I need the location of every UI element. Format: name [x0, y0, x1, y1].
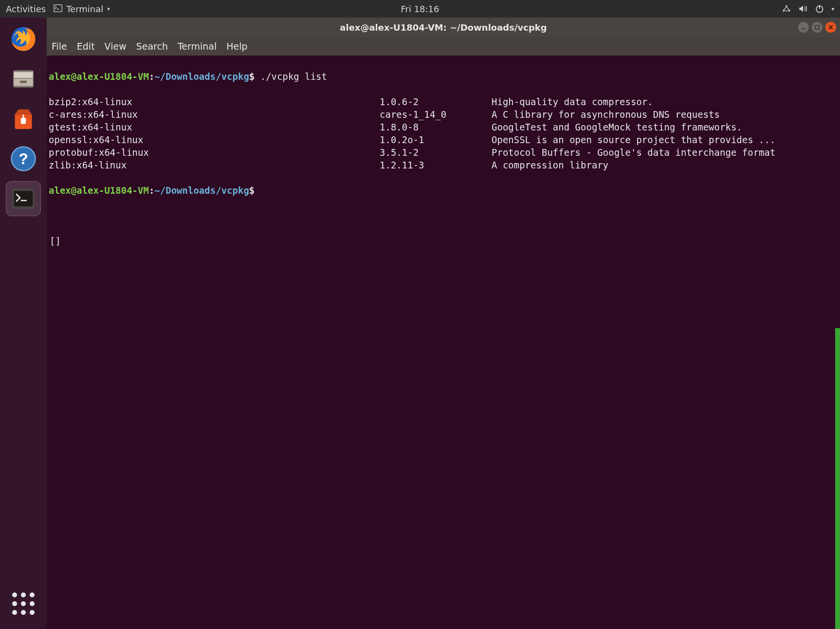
app-menu-label: Terminal [66, 4, 103, 14]
svg-rect-18 [14, 191, 33, 206]
dock-item-firefox[interactable] [6, 21, 41, 56]
package-desc: A compression library [492, 159, 838, 171]
svg-rect-13 [21, 118, 26, 124]
prompt-sigil: $ [249, 71, 255, 82]
apps-grid-icon [12, 592, 35, 615]
package-desc: GoogleTest and GoogleMock testing framew… [492, 121, 838, 133]
svg-rect-12 [20, 81, 27, 83]
package-name: openssl:x64-linux [49, 133, 380, 146]
menubar: File Edit View Search Terminal Help [47, 37, 840, 56]
package-row: c-ares:x64-linuxcares-1_14_0A C library … [49, 108, 838, 121]
command-text: ./vcpkg list [260, 71, 327, 82]
package-version: 1.2.11-3 [380, 159, 492, 171]
package-desc: A C library for asynchronous DNS request… [492, 108, 838, 121]
dock-item-terminal[interactable] [6, 181, 41, 216]
svg-rect-10 [14, 72, 33, 78]
prompt-path: ~/Downloads/vcpkg [154, 185, 249, 196]
package-name: zlib:x64-linux [49, 159, 380, 171]
prompt-userhost: alex@alex-U1804-VM [49, 185, 149, 196]
network-icon[interactable] [782, 4, 791, 14]
package-version: 3.5.1-2 [380, 146, 492, 159]
menu-terminal[interactable]: Terminal [178, 41, 217, 52]
svg-rect-19 [21, 200, 27, 202]
power-icon[interactable] [815, 4, 824, 14]
menu-file[interactable]: File [52, 41, 67, 52]
svg-rect-20 [802, 28, 805, 29]
package-desc: Protocol Buffers - Google's data interch… [492, 146, 838, 159]
menu-view[interactable]: View [105, 41, 127, 52]
close-button[interactable] [825, 22, 836, 33]
scrollbar-highlight [835, 328, 840, 629]
dropdown-arrow-icon: ▾ [107, 6, 110, 12]
package-desc: OpenSSL is an open source project that p… [492, 133, 838, 146]
svg-point-3 [786, 5, 787, 7]
show-applications-button[interactable] [6, 586, 41, 621]
dock-item-files[interactable] [6, 61, 41, 96]
package-row: gtest:x64-linux1.8.0-8GoogleTest and Goo… [49, 121, 838, 133]
prompt-path: ~/Downloads/vcpkg [154, 71, 249, 82]
volume-icon[interactable] [798, 4, 808, 14]
package-name: gtest:x64-linux [49, 121, 380, 133]
minimize-button[interactable] [798, 22, 809, 33]
menu-help[interactable]: Help [226, 41, 247, 52]
svg-rect-2 [57, 9, 59, 9]
prompt-line-1: alex@alex-U1804-VM:~/Downloads/vcpkg$ ./… [49, 70, 838, 83]
dock-item-help[interactable]: ? [6, 141, 41, 176]
svg-text:?: ? [18, 150, 28, 167]
prompt-sep: : [149, 185, 154, 196]
terminal-window: alex@alex-U1804-VM: ~/Downloads/vcpkg Fi… [47, 18, 840, 629]
app-menu[interactable]: Terminal ▾ [54, 4, 110, 14]
terminal-output[interactable]: alex@alex-U1804-VM:~/Downloads/vcpkg$ ./… [47, 56, 840, 629]
package-version: 1.8.0-8 [380, 121, 492, 133]
package-row: bzip2:x64-linux1.0.6-2High-quality data … [49, 95, 838, 108]
svg-rect-21 [815, 25, 819, 29]
package-version: 1.0.2o-1 [380, 133, 492, 146]
package-name: c-ares:x64-linux [49, 108, 380, 121]
dock: ? [0, 18, 47, 629]
terminal-small-icon [54, 4, 62, 14]
workspace: ? alex@alex-U1804-VM: ~/Downloads/vcpkg [0, 18, 840, 629]
svg-point-4 [783, 10, 785, 12]
prompt-userhost: alex@alex-U1804-VM [49, 71, 149, 82]
clock[interactable]: Fri 18:16 [401, 4, 439, 14]
menu-edit[interactable]: Edit [77, 41, 95, 52]
package-version: cares-1_14_0 [380, 108, 492, 121]
titlebar[interactable]: alex@alex-U1804-VM: ~/Downloads/vcpkg [47, 18, 840, 37]
package-desc: High-quality data compressor. [492, 95, 838, 108]
package-version: 1.0.6-2 [380, 95, 492, 108]
package-name: protobuf:x64-linux [49, 146, 380, 159]
prompt-sep: : [149, 71, 154, 82]
window-title: alex@alex-U1804-VM: ~/Downloads/vcpkg [340, 22, 547, 33]
system-menu-arrow-icon[interactable]: ▾ [831, 6, 834, 12]
cursor-line: [] [49, 235, 838, 247]
prompt-line-2: alex@alex-U1804-VM:~/Downloads/vcpkg$ [49, 184, 838, 197]
package-name: bzip2:x64-linux [49, 95, 380, 108]
package-row: protobuf:x64-linux3.5.1-2Protocol Buffer… [49, 146, 838, 159]
activities-button[interactable]: Activities [6, 4, 46, 14]
package-row: zlib:x64-linux1.2.11-3A compression libr… [49, 159, 838, 171]
maximize-button[interactable] [812, 22, 822, 33]
svg-rect-1 [55, 5, 62, 11]
prompt-sigil: $ [249, 185, 255, 196]
dock-item-software[interactable] [6, 101, 41, 136]
svg-point-5 [789, 10, 790, 12]
top-panel: Activities Terminal ▾ Fri 18:16 ▾ [0, 0, 840, 18]
empty-line [49, 209, 838, 222]
menu-search[interactable]: Search [136, 41, 168, 52]
package-row: openssl:x64-linux1.0.2o-1OpenSSL is an o… [49, 133, 838, 146]
